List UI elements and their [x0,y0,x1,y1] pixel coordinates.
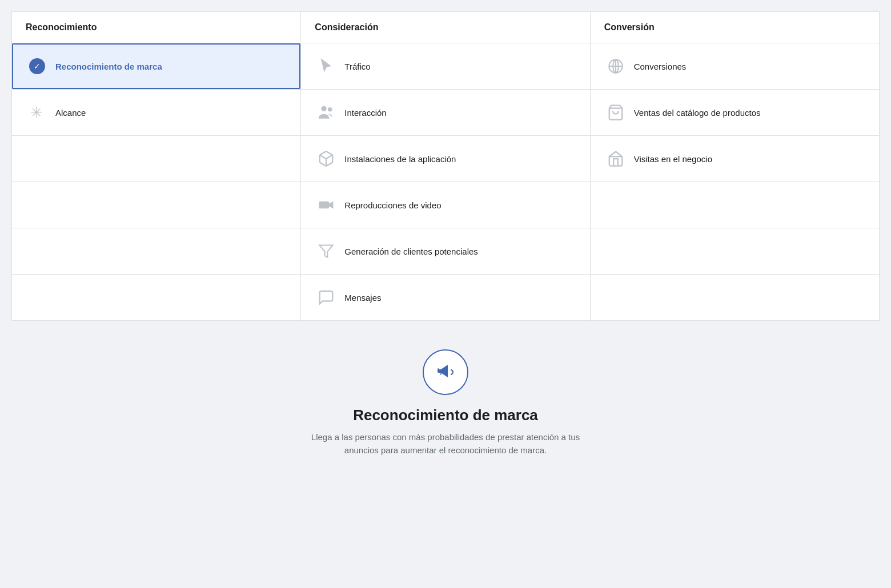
cell-mensajes[interactable]: Mensajes [301,275,590,321]
item-trafico[interactable]: Tráfico [301,43,589,89]
megaphone-icon [434,361,457,384]
selected-item-description: Llega a las personas con más probabilida… [297,431,594,457]
item-label-conversiones: Conversiones [634,62,687,71]
cell-empty-reconocimiento-3 [12,228,301,275]
item-label-mensajes: Mensajes [344,293,381,303]
cell-interaccion[interactable]: Interacción [301,90,590,136]
cell-empty-reconocimiento [12,136,301,182]
cell-empty-reconocimiento-4 [12,275,301,321]
chat-icon [316,287,336,308]
objective-table: Reconocimiento Consideración Conversión … [11,11,880,321]
cell-empty-conversion-3 [590,275,879,321]
item-generacion[interactable]: Generación de clientes potenciales [301,228,589,274]
item-visitas-negocio[interactable]: Visitas en el negocio [591,136,879,182]
cell-trafico[interactable]: Tráfico [301,43,590,90]
col-header-reconocimiento: Reconocimiento [12,12,301,43]
funnel-icon [316,241,336,261]
item-mensajes[interactable]: Mensajes [301,275,589,320]
cell-visitas-negocio[interactable]: Visitas en el negocio [590,136,879,182]
video-icon [316,195,336,215]
box-icon [316,148,336,169]
bottom-section: Reconocimiento de marca Llega a las pers… [11,349,880,480]
item-label-generacion: Generación de clientes potenciales [344,247,477,256]
item-label-interaccion: Interacción [344,108,386,118]
people-icon [316,102,336,123]
asterisk-icon: ✳ [27,102,47,123]
item-label-trafico: Tráfico [344,62,370,71]
cell-empty-conversion [590,182,879,228]
svg-rect-10 [319,202,330,209]
empty-cell-reconocimiento-3 [12,228,300,274]
cart-icon [605,102,626,123]
brand-awareness-icon-circle [423,349,468,395]
svg-point-5 [322,106,327,111]
item-conversiones[interactable]: Conversiones [591,43,879,89]
svg-marker-12 [320,245,333,257]
col-header-consideracion: Consideración [301,12,590,43]
item-reproducciones[interactable]: Reproducciones de video [301,182,589,228]
item-interaccion[interactable]: Interacción [301,90,589,135]
empty-cell-conversion-2 [591,228,879,274]
item-reconocimiento-de-marca[interactable]: ✓ Reconocimiento de marca [12,43,300,89]
item-alcance[interactable]: ✳ Alcance [12,90,300,135]
cell-ventas-catalogo[interactable]: Ventas del catálogo de productos [590,90,879,136]
col-header-conversion: Conversión [590,12,879,43]
empty-cell-reconocimiento-4 [12,275,300,320]
globe-icon [605,56,626,76]
empty-cell-reconocimiento [12,136,300,182]
empty-cell-conversion-3 [591,275,879,320]
empty-cell-reconocimiento-2 [12,182,300,228]
item-label-visitas-negocio: Visitas en el negocio [634,154,712,164]
cell-instalaciones[interactable]: Instalaciones de la aplicación [301,136,590,182]
item-label-reproducciones: Reproducciones de video [344,200,441,210]
cell-empty-conversion-2 [590,228,879,275]
svg-text:✳: ✳ [30,104,43,120]
item-instalaciones[interactable]: Instalaciones de la aplicación [301,136,589,182]
page-container: Reconocimiento Consideración Conversión … [11,11,880,480]
cell-alcance[interactable]: ✳ Alcance [12,90,301,136]
selected-item-title: Reconocimiento de marca [353,406,538,424]
cell-conversiones[interactable]: Conversiones [590,43,879,90]
check-icon: ✓ [27,56,47,76]
item-label-instalaciones: Instalaciones de la aplicación [344,154,456,164]
cell-empty-reconocimiento-2 [12,182,301,228]
cell-generacion[interactable]: Generación de clientes potenciales [301,228,590,275]
item-label-alcance: Alcance [55,108,86,118]
store-icon [605,148,626,169]
item-label-reconocimiento-de-marca: Reconocimiento de marca [55,62,162,71]
svg-marker-11 [329,202,334,209]
cell-reconocimiento-de-marca[interactable]: ✓ Reconocimiento de marca [12,43,301,90]
svg-point-6 [328,107,332,111]
empty-cell-conversion [591,182,879,228]
cell-reproducciones[interactable]: Reproducciones de video [301,182,590,228]
cursor-icon [316,56,336,76]
item-ventas-catalogo[interactable]: Ventas del catálogo de productos [591,90,879,135]
item-label-ventas-catalogo: Ventas del catálogo de productos [634,108,761,118]
